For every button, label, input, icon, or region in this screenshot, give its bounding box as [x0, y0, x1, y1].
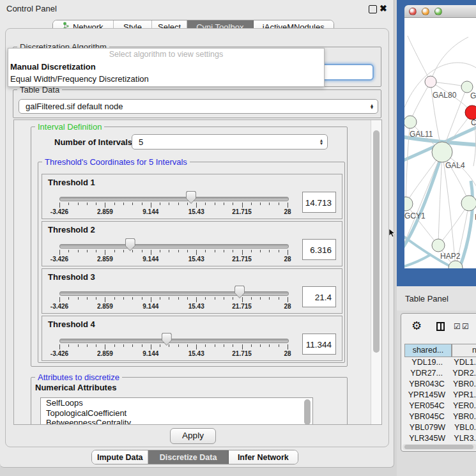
- tick-label: 15.43: [188, 208, 204, 215]
- cell-shared-name: YBR043C: [404, 379, 449, 390]
- tick-label: 9.144: [142, 303, 158, 310]
- float-window-icon[interactable]: [369, 5, 377, 13]
- table-data-selected-value: galFiltered.sif default node: [26, 102, 123, 111]
- slider-handle-face: [126, 239, 135, 250]
- network-node[interactable]: [404, 116, 417, 128]
- column-header-name[interactable]: na: [452, 344, 476, 357]
- tab-infer-network[interactable]: Infer Network: [229, 450, 298, 464]
- close-traffic-light[interactable]: [409, 8, 417, 15]
- tick-mark: [251, 203, 252, 205]
- popup-item[interactable]: Equal Width/Frequency Discretization: [8, 73, 324, 85]
- table-row[interactable]: YPR145WYPR1...: [404, 390, 476, 401]
- close-icon[interactable]: ✖: [380, 4, 387, 13]
- tick-mark: [142, 203, 142, 205]
- horizontal-scrollbar[interactable]: [403, 444, 476, 450]
- tick-mark: [105, 297, 105, 302]
- table-row[interactable]: YBR045CYBR0...: [404, 411, 476, 422]
- tick-mark: [288, 203, 288, 208]
- control-panel-window: Control Panel ✖ NetworkStyleSelectCyni T…: [0, 0, 394, 468]
- tick-mark: [215, 344, 215, 347]
- attribute-list-item[interactable]: SelfLoops: [41, 398, 312, 408]
- spinner-arrows-icon: ▴▾: [320, 139, 323, 145]
- number-of-intervals-select[interactable]: 5 ▴▾: [132, 134, 328, 150]
- tick-label: -3.426: [50, 256, 68, 263]
- cell-name: YER0...: [449, 401, 476, 411]
- cell-shared-name: YPR145W: [404, 390, 449, 401]
- tick-mark: [105, 250, 105, 255]
- tick-mark: [160, 344, 160, 347]
- network-edge: [431, 37, 468, 82]
- node-label: HAP2: [440, 252, 461, 261]
- column-header-shared-name[interactable]: shared...: [404, 344, 452, 357]
- popup-header: Select algorithm to view settings: [8, 49, 324, 61]
- table-row[interactable]: YDL19...YDL1...: [404, 357, 476, 368]
- tick-mark: [242, 297, 243, 302]
- scrollbar-thumb[interactable]: [373, 130, 380, 353]
- tick-mark: [68, 297, 69, 300]
- slider-handle[interactable]: [186, 191, 196, 204]
- slider-handle[interactable]: [162, 333, 172, 346]
- tick-label: 21.715: [232, 256, 252, 263]
- network-node[interactable]: [432, 239, 445, 252]
- network-node[interactable]: [404, 197, 413, 211]
- popup-item[interactable]: Manual Discretization: [8, 61, 324, 73]
- threshold-value-field[interactable]: 6.316: [302, 239, 336, 260]
- checkbox-icon[interactable]: ☑: [454, 322, 461, 331]
- spinner-arrows-icon: ▴▾: [371, 104, 373, 109]
- gear-icon[interactable]: ⚙: [411, 319, 422, 333]
- thresholds-group: Threshold's Coordinates for 5 Intervals …: [38, 162, 345, 363]
- numerical-attributes-list[interactable]: SelfLoopsTopologicalCoefficientBetweenne…: [40, 397, 313, 425]
- tick-mark: [260, 250, 261, 252]
- tick-mark: [96, 203, 96, 205]
- zoom-traffic-light[interactable]: [434, 8, 442, 15]
- attribute-list-item[interactable]: BetweennessCentrality: [41, 418, 312, 425]
- network-node[interactable]: [425, 76, 436, 88]
- slider-track[interactable]: [59, 197, 289, 201]
- tick-mark: [288, 250, 288, 255]
- slider-track[interactable]: [59, 291, 289, 296]
- network-node[interactable]: [465, 105, 476, 119]
- network-canvas[interactable]: GAL80GACGAL11GAL4GCY1HHAP2: [404, 18, 476, 268]
- tick-mark: [151, 344, 151, 349]
- checkbox-icon[interactable]: ☑: [462, 322, 469, 331]
- slider-track[interactable]: [59, 244, 289, 249]
- attributes-group: Attributes to discretize Numerical Attri…: [31, 377, 348, 425]
- network-edge: [410, 82, 431, 122]
- cell-name: YDL1...: [450, 357, 476, 368]
- tick-mark: [87, 297, 88, 300]
- table-row[interactable]: YLR345WYLR3...: [404, 433, 476, 444]
- split-columns-icon[interactable]: [436, 322, 445, 331]
- slider-handle[interactable]: [234, 286, 245, 298]
- table-row[interactable]: YBL079WYBL0...: [404, 422, 476, 433]
- tick-label: 28: [284, 208, 291, 215]
- tab-discretize-data[interactable]: Discretize Data: [148, 450, 228, 464]
- cell-shared-name: YDR27...: [404, 368, 449, 379]
- tick-mark: [269, 250, 270, 252]
- attribute-list-item[interactable]: TopologicalCoefficient: [41, 408, 312, 418]
- minimize-traffic-light[interactable]: [422, 8, 429, 15]
- tick-mark: [215, 250, 215, 252]
- slider-handle[interactable]: [125, 238, 135, 251]
- apply-button[interactable]: Apply: [170, 428, 216, 444]
- vertical-scrollbar[interactable]: [371, 120, 381, 424]
- table-data-select[interactable]: galFiltered.sif default node ▴▾: [19, 99, 378, 114]
- group-title: Threshold's Coordinates for 5 Intervals: [42, 157, 190, 167]
- threshold-value-field[interactable]: 21.4: [302, 286, 336, 307]
- table-row[interactable]: YER054CYER0...: [404, 401, 476, 411]
- tick-mark: [59, 297, 60, 302]
- table-row[interactable]: YBR043CYBR0...: [404, 379, 476, 390]
- scrollbar-thumb[interactable]: [404, 445, 473, 449]
- tab-impute-data[interactable]: Impute Data: [92, 450, 148, 464]
- group-title: Interval Definition: [35, 122, 104, 132]
- tick-mark: [288, 297, 288, 302]
- network-node[interactable]: [461, 196, 476, 211]
- threshold-value-field[interactable]: 14.713: [302, 192, 336, 213]
- threshold-value-field[interactable]: 11.344: [302, 334, 336, 355]
- tick-mark: [178, 203, 179, 205]
- table-row[interactable]: YDR27...YDR2...: [404, 368, 476, 379]
- slider-track[interactable]: [59, 339, 289, 343]
- network-node[interactable]: [432, 142, 452, 162]
- network-window-titlebar: [404, 5, 476, 18]
- control-panel-titlebar: Control Panel ✖: [0, 0, 394, 17]
- list-scrollbar[interactable]: [304, 399, 311, 425]
